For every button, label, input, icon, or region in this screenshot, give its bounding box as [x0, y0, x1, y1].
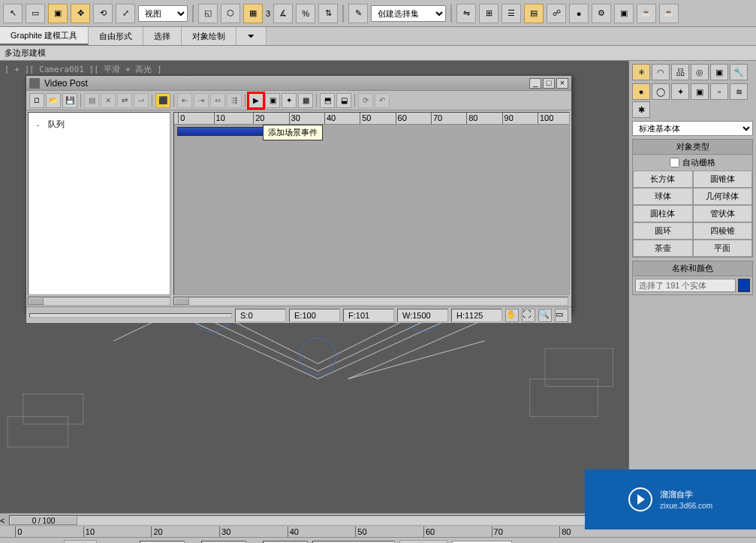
snap-toggle-icon[interactable]: ▦: [243, 4, 263, 23]
new-seq-icon[interactable]: 🗋: [29, 93, 44, 108]
move-icon[interactable]: ✥: [71, 4, 90, 23]
create-tab-icon[interactable]: ✳: [632, 64, 650, 80]
add-image-layer-icon[interactable]: ▦: [298, 93, 313, 108]
tree-hscroll[interactable]: [28, 297, 170, 306]
rotate-icon[interactable]: ⟲: [93, 4, 113, 23]
spinner-snap-icon[interactable]: ⇅: [318, 4, 338, 23]
zoom-time-icon[interactable]: 🔍: [538, 309, 552, 322]
prim-geosphere[interactable]: 几何球体: [693, 188, 753, 205]
edit-range-icon[interactable]: ⬛: [155, 93, 170, 108]
y-input[interactable]: [201, 541, 246, 544]
curve-editor-icon[interactable]: ▤: [524, 4, 544, 23]
auto-grid-row[interactable]: 自动栅格: [633, 155, 752, 170]
tree-root-item[interactable]: 队列: [33, 117, 165, 131]
event-tree[interactable]: 队列: [28, 112, 170, 295]
reference-select[interactable]: 视图: [138, 5, 188, 22]
transform-tool-icon[interactable]: ◱: [198, 4, 218, 23]
select-object-icon[interactable]: ▣: [48, 4, 68, 23]
sub-ribbon-label[interactable]: 多边形建模: [5, 48, 46, 57]
tab-freeform[interactable]: 自由形式: [89, 27, 143, 45]
render-setup-icon[interactable]: ⚙: [592, 4, 611, 23]
add-image-input-icon[interactable]: ▣: [265, 93, 280, 108]
same-size-icon[interactable]: ⇔: [210, 93, 225, 108]
systems-icon[interactable]: ✱: [632, 101, 650, 118]
render-frame-icon[interactable]: ▣: [614, 4, 634, 23]
cameras-icon[interactable]: ▣: [691, 83, 709, 100]
zoom-extents-icon[interactable]: ⛶: [522, 309, 535, 322]
angle-snap-icon[interactable]: ∡: [273, 4, 293, 23]
add-scene-event-icon[interactable]: ▶: [248, 93, 264, 108]
add-image-output-icon[interactable]: ⬒: [320, 93, 335, 108]
select-rect-icon[interactable]: ▭: [26, 4, 45, 23]
auto-key-button[interactable]: 自动关键点: [399, 540, 447, 544]
swap-event-icon[interactable]: ⇄: [117, 93, 132, 108]
spacewarps-icon[interactable]: ≋: [730, 83, 748, 100]
utilities-tab-icon[interactable]: 🔧: [730, 64, 748, 80]
geometry-icon[interactable]: ●: [632, 83, 650, 100]
edit-event-icon[interactable]: ▤: [84, 93, 99, 108]
align-right-icon[interactable]: ⇥: [194, 93, 209, 108]
execute-seq-icon[interactable]: ⤻: [134, 93, 149, 108]
select-lock-button[interactable]: 选择了: [64, 540, 97, 544]
time-thumb[interactable]: 0 / 100: [10, 516, 77, 525]
add-external-icon[interactable]: ⬓: [336, 93, 351, 108]
tab-object-paint[interactable]: 对象绘制: [182, 27, 236, 45]
prim-teapot[interactable]: 茶壶: [633, 240, 693, 257]
category-select[interactable]: 标准基本体: [632, 121, 753, 136]
object-name-input[interactable]: [635, 279, 736, 292]
selection-set-select[interactable]: 创建选择集: [371, 5, 446, 22]
lights-icon[interactable]: ✦: [671, 83, 689, 100]
prim-cone[interactable]: 圆锥体: [693, 170, 753, 188]
x-input[interactable]: [140, 541, 185, 544]
video-post-titlebar[interactable]: Video Post _ □ ×: [26, 76, 571, 91]
event-timeline[interactable]: 0 10 20 30 40 50 60 70 80 90 100: [173, 112, 570, 295]
z-input[interactable]: [263, 541, 308, 544]
tab-graphite[interactable]: Graphite 建模工具: [0, 27, 89, 45]
add-image-filter-icon[interactable]: ✦: [282, 93, 297, 108]
layer-icon[interactable]: ☰: [501, 4, 521, 23]
shapes-icon[interactable]: ◯: [652, 83, 670, 100]
hierarchy-tab-icon[interactable]: 品: [671, 64, 689, 80]
cursor-icon[interactable]: ↖: [3, 4, 23, 23]
schematic-icon[interactable]: ☍: [547, 4, 566, 23]
close-button[interactable]: ×: [556, 78, 568, 89]
undo-icon[interactable]: ↶: [375, 93, 390, 108]
save-seq-icon[interactable]: 💾: [62, 93, 77, 108]
modify-tab-icon[interactable]: ◠: [652, 64, 670, 80]
snap-icon[interactable]: ⬡: [221, 4, 240, 23]
delete-event-icon[interactable]: ✕: [101, 93, 116, 108]
minimize-button[interactable]: _: [529, 78, 541, 89]
object-color-swatch[interactable]: [738, 279, 750, 292]
timeline-hscroll[interactable]: [173, 297, 568, 306]
display-tab-icon[interactable]: ▣: [710, 64, 728, 80]
tab-expand[interactable]: ⏷: [236, 27, 267, 45]
scale-icon[interactable]: ⤢: [116, 4, 135, 23]
prim-cylinder[interactable]: 圆柱体: [633, 205, 693, 222]
prim-plane[interactable]: 平面: [693, 240, 753, 257]
percent-snap-icon[interactable]: %: [296, 4, 315, 23]
render-icon[interactable]: ☕: [637, 4, 656, 23]
mirror-icon[interactable]: ⇋: [456, 4, 476, 23]
align-icon[interactable]: ⊞: [479, 4, 498, 23]
open-seq-icon[interactable]: 📂: [46, 93, 61, 108]
edit-named-sel-icon[interactable]: ✎: [348, 4, 368, 23]
motion-tab-icon[interactable]: ◎: [691, 64, 709, 80]
pan-icon[interactable]: ✋: [505, 309, 519, 322]
material-icon[interactable]: ●: [569, 4, 589, 23]
zoom-region-icon[interactable]: ▭: [555, 309, 568, 322]
auto-grid-checkbox[interactable]: [670, 158, 679, 167]
align-left-icon[interactable]: ⇤: [177, 93, 192, 108]
prim-tube[interactable]: 管状体: [693, 205, 753, 222]
helpers-icon[interactable]: ▫: [710, 83, 728, 100]
render-last-icon[interactable]: ☕: [659, 4, 679, 23]
maximize-button[interactable]: □: [543, 78, 555, 89]
key-target-select[interactable]: 选定对象: [452, 541, 512, 544]
tab-select[interactable]: 选择: [143, 27, 182, 45]
prim-box[interactable]: 长方体: [633, 170, 693, 188]
prim-torus[interactable]: 圆环: [633, 222, 693, 240]
add-loop-icon[interactable]: ⟳: [358, 93, 373, 108]
prim-sphere[interactable]: 球体: [633, 188, 693, 205]
prim-pyramid[interactable]: 四棱锥: [693, 222, 753, 240]
abut-icon[interactable]: ⇶: [227, 93, 242, 108]
svg-rect-11: [530, 379, 598, 416]
